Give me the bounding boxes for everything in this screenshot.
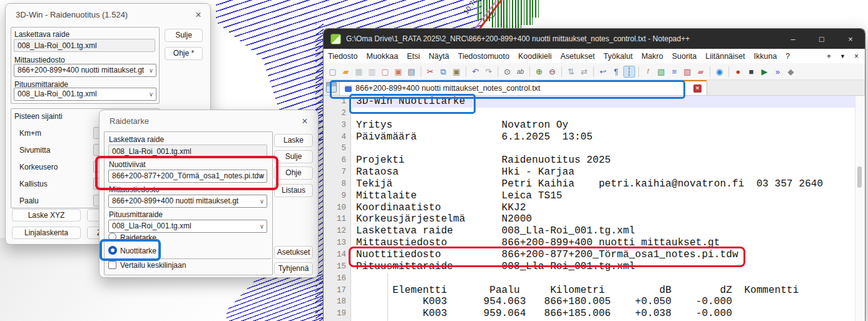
notepadpp-titlebar[interactable]: G:\Oma Drive\1_RATA 2025\2_NRC\866+200-8… <box>324 29 865 49</box>
sync-horizontal-icon[interactable]: ⇄ <box>578 66 590 78</box>
laske-xyz-button[interactable]: Laske XYZ <box>12 209 81 222</box>
maximize-icon[interactable]: □ <box>807 29 836 49</box>
run-macro-multiple-icon[interactable]: » <box>772 66 784 78</box>
close-file-icon[interactable]: ▢ <box>379 66 391 78</box>
close-doc-icon[interactable]: × <box>854 52 859 61</box>
find-icon[interactable]: ⊙ <box>501 66 513 78</box>
document-list-icon[interactable]: ≡ <box>668 66 680 78</box>
print-icon[interactable]: ▤ <box>406 66 417 78</box>
vertailu-checkbox[interactable] <box>108 261 116 269</box>
menu-item-muokkaa[interactable]: Muokkaa <box>362 49 402 63</box>
line-number: 4 <box>324 131 346 143</box>
window-title: G:\Oma Drive\1_RATA 2025\2_NRC\866+200-8… <box>346 34 779 43</box>
menu-item-liitnniset[interactable]: Liitännäiset <box>701 49 749 63</box>
line-number: 3 <box>324 120 346 131</box>
tab-close-icon[interactable]: ✕ <box>693 84 702 93</box>
close-icon[interactable]: × <box>298 115 312 128</box>
stop-macro-icon[interactable]: ■ <box>745 66 757 78</box>
paste-icon[interactable]: ▣ <box>451 66 462 78</box>
menu-item-tiedostomuoto[interactable]: Tiedostomuoto <box>454 49 514 63</box>
asetukset-button[interactable]: Asetukset <box>274 246 313 259</box>
save-macro-icon[interactable]: ◆ <box>785 66 797 78</box>
editor-line <box>356 143 857 155</box>
tab-list-icon[interactable]: ▼ <box>840 53 845 59</box>
ohje-button[interactable]: Ohje <box>274 166 313 180</box>
dialog-raidenuotitus-title: 3D-Win - Raidenuotitus (1.524) <box>16 10 128 19</box>
pisteen-sijainti-label: Pisteen sijainti <box>14 112 63 121</box>
vertical-scrollbar[interactable] <box>855 96 864 321</box>
copy-icon[interactable]: ⧉ <box>437 66 449 78</box>
menu-item-makro[interactable]: Makro <box>637 49 668 63</box>
monitoring-icon[interactable]: ◉ <box>713 66 725 78</box>
toolbar-separator <box>421 66 421 77</box>
replace-icon[interactable]: ab <box>514 66 526 78</box>
ohje-button[interactable]: Ohje * <box>165 47 203 60</box>
save-icon[interactable]: ▦ <box>353 66 365 78</box>
minimize-icon[interactable]: – <box>779 29 807 49</box>
sync-vertical-icon[interactable]: ⇅ <box>565 66 577 78</box>
line-number: 15 <box>324 261 346 273</box>
linjalaskenta-button[interactable]: Linjalaskenta <box>12 227 81 239</box>
mittaustiedosto-dropdown[interactable]: 866+200-899+400 nuotti mittaukset.gt ∨ <box>14 64 156 77</box>
menu-item-tykalut[interactable]: Työkalut <box>599 49 637 63</box>
mittaustiedosto-dropdown[interactable]: 866+200-899+400 nuotti mittaukset.gt ∨ <box>108 195 267 208</box>
pituusmittaraide-dropdown[interactable]: 008_Lla-Roi_001.tg.xml ∨ <box>108 220 267 233</box>
pituusmittaraide-label: Pituusmittaraide <box>109 210 163 219</box>
menu-item-?[interactable]: ? <box>781 49 794 63</box>
word-wrap-icon[interactable]: ↩ <box>597 66 609 78</box>
menu-items: TiedostoMuokkaaEtsiNäytäTiedostomuotoKoo… <box>324 49 794 63</box>
undo-icon[interactable]: ↶ <box>469 66 481 78</box>
editor-line: Päivämäärä 6.1.2025 13:05 <box>356 131 857 143</box>
play-macro-icon[interactable]: ▶ <box>758 66 770 78</box>
nuottiviivat-label: Nuottiviivat <box>109 160 146 169</box>
menu-item-etsi[interactable]: Etsi <box>402 49 424 63</box>
close-icon[interactable]: × <box>191 9 205 21</box>
new-tab-icon[interactable]: + <box>827 52 831 61</box>
mittaustiedosto-label: Mittaustiedosto <box>14 56 65 64</box>
open-folder-icon[interactable]: ▰ <box>340 66 352 78</box>
nuottiviivat-dropdown[interactable]: 866+200-877+200_Törmä_osa1_notes.pi.tdw … <box>108 170 267 183</box>
menu-item-asetukset[interactable]: Asetukset <box>556 49 599 63</box>
toolbar: ▢▰▦▥▢▣▤✂⧉▣↶↷⊙ab⊕⊖⇅⇄↩¶┆f▧≡▨▰◉●■▶»◆ <box>324 63 865 80</box>
dialog-raidetarke: Raidetarke × Laskettava raide 008_Lla-Ro… <box>99 110 319 278</box>
menu-item-koodikieli[interactable]: Koodikieli <box>514 49 556 63</box>
editor-line: Pituusmittaraide 008_Lla-Roi_001.tg.xml <box>356 261 857 273</box>
nuottitarke-radio[interactable] <box>108 246 117 255</box>
document-map-icon[interactable]: ▧ <box>655 66 667 78</box>
menu-item-suorita[interactable]: Suorita <box>668 49 702 63</box>
doc-switcher-icon[interactable] <box>326 82 337 93</box>
character-panel-icon[interactable]: ▨ <box>682 66 693 78</box>
save-all-icon[interactable]: ▥ <box>366 66 378 78</box>
sulje-button[interactable]: Sulje <box>165 29 203 42</box>
indent-guide-icon[interactable]: ┆ <box>623 66 635 78</box>
tab-notes-control[interactable]: 866+200-899+400 nuotti mittaukset_notes_… <box>339 80 707 95</box>
zoom-in-icon[interactable]: ⊕ <box>533 66 545 78</box>
new-file-icon[interactable]: ▢ <box>327 66 339 78</box>
laskettava-raide-label: Laskettava raide <box>109 135 164 144</box>
point-row-label-paalu: Paalu <box>19 196 39 205</box>
redo-icon[interactable]: ↷ <box>483 66 494 78</box>
clipboard-history-icon[interactable]: ▰ <box>695 66 707 78</box>
menubar-right: + ▼ × <box>827 52 865 61</box>
close-icon[interactable]: × <box>836 29 865 49</box>
sulje-button[interactable]: Sulje <box>274 150 313 163</box>
zoom-out-icon[interactable]: ⊖ <box>546 66 558 78</box>
laske-button[interactable]: Laske <box>274 134 313 147</box>
scrollbar-thumb[interactable] <box>857 166 862 188</box>
window-controls: – □ × <box>779 29 865 49</box>
function-list-icon[interactable]: f <box>642 66 654 78</box>
record-macro-icon[interactable]: ● <box>732 66 744 78</box>
listaus-button[interactable]: Listaus <box>274 184 313 197</box>
menu-item-ikkuna[interactable]: Ikkuna <box>750 49 782 63</box>
tyhjenn-button[interactable]: Tyhjennä <box>274 262 313 275</box>
close-all-icon[interactable]: ▣ <box>392 66 404 78</box>
cut-icon[interactable]: ✂ <box>424 66 436 78</box>
menu-item-tiedosto[interactable]: Tiedosto <box>324 49 362 63</box>
editor-text-area[interactable]: 3D-Win NuottitarkeYritys Novatron OyPäiv… <box>356 96 857 320</box>
pituusmittaraide-dropdown[interactable]: 008_Lla-Roi_001.tg.xml ∨ <box>14 88 156 101</box>
show-all-chars-icon[interactable]: ¶ <box>610 66 622 78</box>
raidetarke-radio[interactable] <box>108 233 116 241</box>
menu-item-nyt[interactable]: Näytä <box>424 49 454 63</box>
line-number: 10 <box>324 202 346 214</box>
vertailu-checkbox-label: Vertailu keskilinjaan <box>120 261 186 270</box>
